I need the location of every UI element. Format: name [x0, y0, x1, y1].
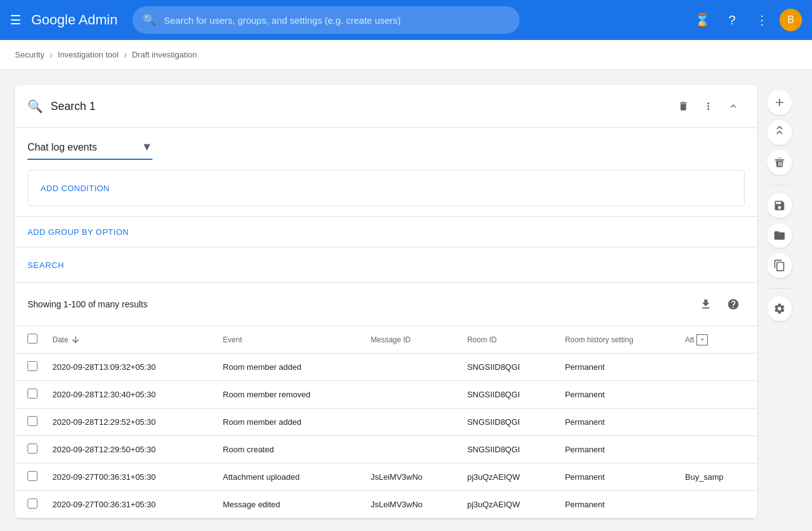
- row-date: 2020-09-28T13:09:32+05:30: [47, 354, 218, 381]
- row-checkbox-cell[interactable]: [15, 464, 47, 491]
- sidebar-divider-2: [770, 288, 790, 289]
- results-header: Showing 1-100 of many results: [15, 282, 757, 325]
- row-checkbox-cell[interactable]: [15, 409, 47, 436]
- breadcrumb-current: Draft investigation: [132, 50, 197, 59]
- row-checkbox-cell[interactable]: [15, 354, 47, 381]
- row-message-id: [366, 354, 462, 381]
- row-event: Room member added: [218, 409, 366, 436]
- datasource-label: Chat log events: [27, 142, 136, 153]
- row-date: 2020-09-27T00:36:31+05:30: [47, 464, 218, 491]
- results-table-section: Date Event Message ID Room ID Room histo…: [15, 325, 757, 519]
- col-room-id: Room ID: [462, 326, 560, 354]
- col-att: Att +: [680, 326, 757, 354]
- row-room-history: Permanent: [560, 354, 680, 381]
- save-button[interactable]: [767, 193, 792, 218]
- results-table: Date Event Message ID Room ID Room histo…: [15, 325, 757, 519]
- row-message-id: JsLeiMV3wNo: [366, 491, 462, 519]
- row-room-id: SNGSIID8QGI: [462, 436, 560, 464]
- settings-button[interactable]: [767, 296, 792, 321]
- col-room-history: Room history setting: [560, 326, 680, 354]
- move-up-button[interactable]: [767, 120, 792, 145]
- breadcrumb-sep-1: ›: [49, 49, 52, 61]
- row-checkbox-cell[interactable]: [15, 436, 47, 464]
- row-att: Buy_samp: [680, 464, 757, 491]
- row-room-id: SNGSIID8QGI: [462, 381, 560, 409]
- row-checkbox-1[interactable]: [27, 389, 37, 399]
- more-options-button[interactable]: [697, 95, 720, 117]
- row-room-history: Permanent: [560, 464, 680, 491]
- row-event: Room member added: [218, 354, 366, 381]
- add-search-button[interactable]: [767, 90, 792, 115]
- row-att: [680, 381, 757, 409]
- right-sidebar: [762, 85, 797, 519]
- row-room-history: Permanent: [560, 436, 680, 464]
- global-search-bar[interactable]: 🔍: [132, 6, 520, 34]
- avatar[interactable]: B: [780, 9, 802, 31]
- table-header-row: Date Event Message ID Room ID Room histo…: [15, 326, 757, 354]
- apps-icon[interactable]: ⋮: [750, 7, 775, 32]
- breadcrumb-investigation[interactable]: Investigation tool: [57, 50, 119, 59]
- sidebar-divider-1: [770, 185, 790, 186]
- search-panel: 🔍 Search 1 Chat log events ▼: [15, 85, 757, 519]
- delete-list-button[interactable]: [767, 150, 792, 175]
- condition-section: ADD CONDITION: [15, 160, 757, 216]
- row-checkbox-0[interactable]: [27, 361, 37, 371]
- copy-button[interactable]: [767, 253, 792, 278]
- row-date: 2020-09-28T12:30:40+05:30: [47, 381, 218, 409]
- row-checkbox-4[interactable]: [27, 471, 37, 481]
- app-logo: Google Admin: [31, 12, 117, 28]
- results-help-button[interactable]: [722, 293, 745, 315]
- row-event: Room created: [218, 436, 366, 464]
- row-date: 2020-09-28T12:29:52+05:30: [47, 409, 218, 436]
- delete-search-button[interactable]: [672, 95, 695, 117]
- row-checkbox-cell[interactable]: [15, 381, 47, 409]
- search-action-section: SEARCH: [15, 247, 757, 282]
- condition-box: ADD CONDITION: [27, 170, 745, 206]
- datasource-dropdown-icon: ▼: [141, 141, 152, 154]
- search-button[interactable]: SEARCH: [27, 261, 64, 270]
- row-checkbox-cell[interactable]: [15, 491, 47, 519]
- app-header: ☰ Google Admin 🔍 ⌛ ? ⋮ B: [0, 0, 812, 40]
- row-event: Room member removed: [218, 381, 366, 409]
- row-event: Message edited: [218, 491, 366, 519]
- results-count: Showing 1-100 of many results: [27, 299, 690, 309]
- folder-button[interactable]: [767, 223, 792, 248]
- row-checkbox-3[interactable]: [27, 444, 37, 454]
- download-button[interactable]: [695, 293, 717, 315]
- datasource-select[interactable]: Chat log events ▼: [27, 141, 152, 160]
- datasource-section: Chat log events ▼: [15, 128, 757, 160]
- collapse-button[interactable]: [722, 95, 745, 117]
- row-message-id: [366, 381, 462, 409]
- table-row: 2020-09-28T12:30:40+05:30 Room member re…: [15, 381, 757, 409]
- row-att: [680, 354, 757, 381]
- global-search-input[interactable]: [164, 15, 510, 26]
- row-room-id: pj3uQzAEIQW: [462, 491, 560, 519]
- row-att: [680, 491, 757, 519]
- expand-columns-icon[interactable]: +: [696, 334, 708, 345]
- row-date: 2020-09-28T12:29:50+05:30: [47, 436, 218, 464]
- col-date[interactable]: Date: [47, 326, 218, 354]
- groupby-section: ADD GROUP BY OPTION: [15, 216, 757, 247]
- panel-actions: [672, 95, 745, 117]
- row-room-id: SNGSIID8QGI: [462, 354, 560, 381]
- row-message-id: JsLeiMV3wNo: [366, 464, 462, 491]
- row-room-history: Permanent: [560, 409, 680, 436]
- row-checkbox-5[interactable]: [27, 499, 37, 509]
- menu-icon[interactable]: ☰: [10, 12, 21, 27]
- add-condition-button[interactable]: ADD CONDITION: [41, 184, 110, 193]
- hourglass-icon[interactable]: ⌛: [690, 7, 715, 32]
- breadcrumb-security[interactable]: Security: [15, 50, 44, 59]
- row-room-history: Permanent: [560, 381, 680, 409]
- row-room-id: SNGSIID8QGI: [462, 409, 560, 436]
- search-icon: 🔍: [142, 13, 156, 27]
- row-date: 2020-09-27T00:36:31+05:30: [47, 491, 218, 519]
- header-actions: ⌛ ? ⋮ B: [690, 7, 802, 32]
- row-event: Attachment uploaded: [218, 464, 366, 491]
- breadcrumb: Security › Investigation tool › Draft in…: [0, 40, 812, 70]
- col-checkbox: [15, 326, 47, 354]
- panel-header: 🔍 Search 1: [15, 85, 757, 128]
- help-icon[interactable]: ?: [720, 7, 745, 32]
- select-all-checkbox[interactable]: [27, 334, 37, 344]
- row-checkbox-2[interactable]: [27, 416, 37, 426]
- add-groupby-button[interactable]: ADD GROUP BY OPTION: [27, 227, 129, 237]
